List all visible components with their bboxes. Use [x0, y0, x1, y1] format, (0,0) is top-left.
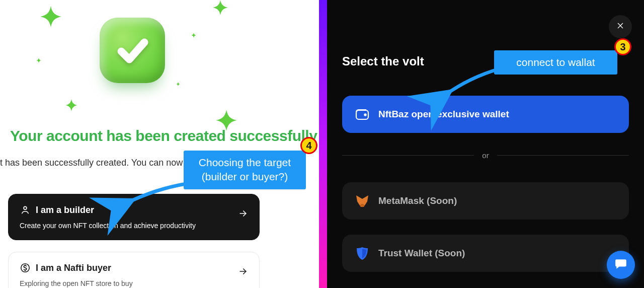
chat-fab-button[interactable] [607, 251, 635, 279]
buyer-icon [20, 262, 31, 273]
left-panel-account-created: Your account has been created successful… [0, 0, 319, 288]
right-panel-select-wallet: Select the volt NftBaz open exclusive wa… [327, 0, 644, 288]
annotation-callout-connect-wallet: connect to wallat [494, 50, 617, 75]
step-badge-4: 4 [300, 137, 317, 154]
wallet-heading: Select the volt [342, 54, 424, 68]
success-subtext: t has been successfully created. You can… [0, 158, 193, 168]
option-buyer-subtitle: Exploring the open NFT store to buy [20, 279, 248, 287]
option-builder[interactable]: I am a builder Create your own NFT colle… [8, 194, 260, 240]
success-checkmark-badge [100, 18, 165, 83]
panel-divider [319, 0, 327, 288]
sparkle-icon [191, 33, 196, 38]
metamask-icon [355, 194, 369, 207]
close-icon [616, 22, 624, 32]
svg-point-3 [364, 114, 366, 115]
wallet-option-trustwallet[interactable]: Trust Wallet (Soon) [342, 235, 629, 272]
close-button[interactable] [609, 15, 632, 38]
sparkle-icon [213, 0, 228, 15]
sparkle-icon [65, 99, 77, 111]
chat-icon [614, 257, 627, 272]
step-badge-3: 3 [614, 38, 631, 55]
tutorial-composite: Your account has been created successful… [0, 0, 644, 288]
wallet-icon [355, 108, 369, 121]
wallet-option-nftbaz[interactable]: NftBaz open exclusive wallet [342, 96, 629, 133]
success-heading: Your account has been created successful… [10, 127, 317, 145]
wallet-nftbaz-label: NftBaz open exclusive wallet [378, 109, 509, 120]
option-buyer[interactable]: I am a Nafti buyer Exploring the open NF… [8, 252, 260, 288]
svg-point-0 [24, 206, 27, 209]
or-separator: or [342, 151, 629, 160]
trustwallet-icon [355, 247, 369, 260]
wallet-option-metamask[interactable]: MetaMask (Soon) [342, 182, 629, 220]
arrow-right-icon [238, 266, 248, 278]
or-label: or [482, 151, 489, 160]
sparkle-icon [36, 58, 41, 63]
wallet-metamask-label: MetaMask (Soon) [378, 195, 457, 206]
sparkle-icon [40, 6, 61, 27]
sparkle-icon [176, 82, 180, 86]
option-builder-subtitle: Create your own NFT collection and achie… [20, 222, 248, 230]
wallet-trustwallet-label: Trust Wallet (Soon) [378, 248, 465, 259]
option-buyer-title: I am a Nafti buyer [36, 263, 111, 273]
arrow-right-icon [238, 208, 248, 221]
annotation-callout-choosing-target: Choosing the target (builder or buyer?) [184, 151, 306, 189]
builder-icon [20, 204, 31, 215]
option-builder-title: I am a builder [36, 205, 94, 215]
